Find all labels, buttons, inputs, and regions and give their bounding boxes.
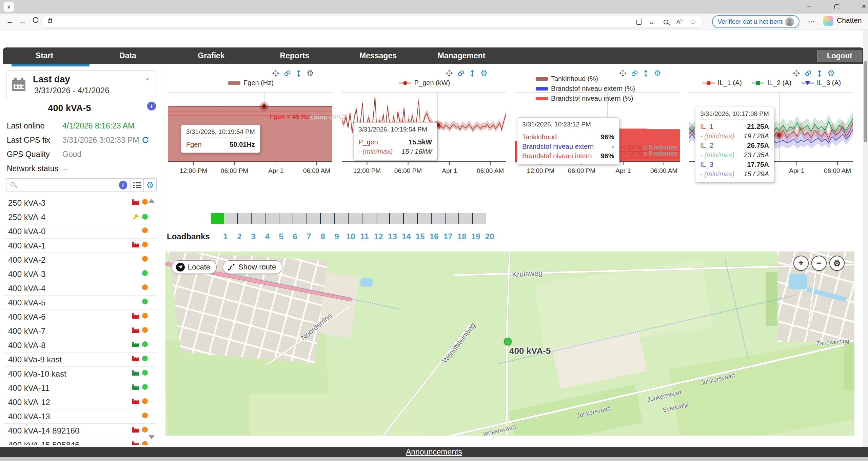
chart-link-icon[interactable] (283, 69, 291, 77)
chart-autoscale-icon[interactable] (295, 69, 302, 77)
tab-management[interactable]: Management (420, 47, 503, 64)
read-aloud-icon[interactable]: A)) (675, 18, 684, 26)
window-scrollbar-thumb[interactable] (864, 61, 867, 142)
search-input[interactable] (6, 179, 119, 192)
legend-item[interactable]: IL_3 (A) (802, 79, 841, 87)
loadbank-link-18[interactable]: 18 (455, 232, 469, 241)
verify-identity-button[interactable]: Verifieer dat u het bent (712, 15, 800, 28)
legend-item[interactable]: Fgen (Hz) (228, 79, 274, 87)
legend-item[interactable]: IL_1 (A) (703, 79, 742, 87)
device-list-item[interactable]: 400 kVA-12 (3, 395, 157, 409)
gps-refresh-icon[interactable] (142, 136, 149, 146)
window-minimize-button[interactable]: – (799, 0, 819, 13)
window-close-button[interactable]: × (854, 0, 868, 13)
chart-link-icon[interactable] (631, 69, 638, 77)
announcements-link[interactable]: Announcements (406, 447, 462, 456)
device-list-item[interactable]: 250 kVA-4 (3, 210, 157, 224)
translate-icon[interactable]: a□ (648, 18, 657, 26)
loadbank-link-3[interactable]: 3 (246, 232, 260, 241)
loadbank-link-4[interactable]: 4 (260, 232, 274, 241)
loadbank-link-16[interactable]: 16 (427, 232, 441, 241)
legend-item[interactable]: P_gen (kW) (399, 79, 450, 87)
loadbank-link-8[interactable]: 8 (316, 232, 330, 241)
loadbank-link-11[interactable]: 11 (358, 232, 372, 241)
device-list-item[interactable]: 250 kVA-3 (3, 196, 157, 210)
map[interactable]: Locate Show route + − ⚙ 400 kVA-5 Kruisw… (165, 252, 854, 436)
device-map-marker[interactable] (504, 338, 512, 345)
tab-messages[interactable]: Messages (336, 47, 420, 64)
loadbank-link-12[interactable]: 12 (372, 232, 386, 241)
loadbank-link-13[interactable]: 13 (386, 232, 399, 241)
device-list-item[interactable]: 400 kVA-14 892160 (3, 424, 157, 438)
chart-autoscale-icon[interactable] (642, 69, 650, 77)
zoom-out-icon[interactable] (662, 18, 670, 26)
logout-button[interactable]: Logout (817, 50, 862, 62)
chart-brandstof[interactable]: ⚙Tankinhoud (%)Brandstof niveau extern (… (513, 69, 684, 198)
chart-settings-icon[interactable]: ⚙ (654, 69, 661, 77)
chart-link-icon[interactable] (804, 69, 812, 77)
tab-start[interactable]: Start (3, 47, 86, 64)
chart-expand-icon[interactable] (446, 69, 453, 77)
map-settings-button[interactable]: ⚙ (829, 256, 845, 271)
copilot-chat-label[interactable]: Chatten (837, 16, 862, 24)
loadbank-link-17[interactable]: 17 (441, 232, 455, 241)
loadbank-link-6[interactable]: 6 (288, 232, 302, 241)
chart-fgen[interactable]: ⚙Fgen (Hz)Fgen < 45 Hz (Stop GPC3 )12:00… (165, 69, 336, 198)
device-list-item[interactable]: 400 kVa-9 kast (3, 353, 157, 367)
show-route-button[interactable]: Show route (223, 260, 282, 274)
device-list-item[interactable]: 400 kVA-1 (3, 239, 157, 253)
loadbank-link-19[interactable]: 19 (469, 232, 483, 241)
device-info-icon[interactable]: i (147, 102, 156, 111)
device-list-item[interactable]: 400 kVA-5 (3, 296, 157, 310)
chart-link-icon[interactable] (457, 69, 465, 77)
tab-reports[interactable]: Reports (253, 47, 336, 64)
map-zoom-in-button[interactable]: + (793, 256, 809, 271)
device-list-item[interactable]: 400 kVA-3 (3, 267, 157, 281)
chart-autoscale-icon[interactable] (816, 69, 823, 77)
window-scrollbar[interactable] (863, 30, 868, 447)
chart-expand-icon[interactable] (619, 69, 627, 77)
loadbank-link-15[interactable]: 15 (413, 232, 427, 241)
list-view-button[interactable] (131, 179, 143, 192)
legend-item[interactable]: IL_2 (A) (752, 79, 791, 87)
tab-grafiek[interactable]: Grafiek (170, 47, 253, 64)
chart-settings-icon[interactable]: ⚙ (480, 69, 488, 77)
back-button[interactable]: ← (4, 16, 16, 27)
loadbank-link-2[interactable]: 2 (233, 232, 246, 241)
tab-data[interactable]: Data (86, 47, 170, 64)
device-list-item[interactable]: 400 kVA-4 (3, 281, 157, 296)
list-scroll-up-icon[interactable] (149, 199, 155, 203)
refresh-button[interactable] (30, 16, 41, 27)
address-bar[interactable]: a□ A)) ☆ (41, 16, 703, 28)
split-screen-icon[interactable] (634, 18, 643, 26)
device-list-item[interactable]: 400 kVA-11 (3, 381, 157, 395)
date-range-selector[interactable]: Last day 3/31/2026 - 4/1/2026 ⌄ (6, 71, 156, 98)
chart-p_gen[interactable]: ⚙P_gen (kW)12:00 PM06:00 PMApr 106:00 AM… (339, 69, 510, 198)
device-list-item[interactable]: 400 kVA-7 (3, 324, 157, 338)
window-restore-button[interactable] (827, 0, 847, 13)
chart-settings-icon[interactable]: ⚙ (307, 69, 314, 77)
favorites-star-icon[interactable]: ☆ (689, 18, 697, 26)
tab-search-chevron-icon[interactable]: ∨ (3, 2, 14, 12)
search-info-icon[interactable]: i (119, 181, 127, 189)
legend-item[interactable]: Brandstof niveau extern (%) (536, 85, 635, 93)
device-list-item[interactable]: 400 kVA-6 (3, 310, 157, 324)
list-scroll-down-icon[interactable] (149, 435, 155, 439)
loadbank-link-20[interactable]: 20 (483, 232, 497, 241)
device-list-item[interactable]: 400 kVA-15 595846 (3, 438, 157, 445)
loadbank-link-1[interactable]: 1 (219, 232, 233, 241)
device-list-item[interactable]: 400 kVA-8 (3, 338, 157, 353)
device-list-item[interactable]: 400 kVA-0 (3, 224, 157, 239)
chart-il-currents[interactable]: ⚙IL_1 (A)IL_2 (A)IL_3 (A)12:00 PM06:00 P… (686, 69, 857, 198)
copilot-icon[interactable] (823, 16, 833, 26)
chart-expand-icon[interactable] (272, 69, 279, 77)
chart-settings-icon[interactable]: ⚙ (827, 69, 835, 77)
loadbank-link-9[interactable]: 9 (330, 232, 344, 241)
chart-autoscale-icon[interactable] (469, 69, 476, 77)
forward-button[interactable]: → (17, 16, 28, 27)
loadbank-link-14[interactable]: 14 (399, 232, 413, 241)
loadbank-link-5[interactable]: 5 (274, 232, 288, 241)
list-settings-button[interactable]: ⚙ (143, 179, 156, 192)
map-zoom-out-button[interactable]: − (811, 256, 827, 271)
device-list-item[interactable]: 400 kVA-13 (3, 409, 157, 424)
